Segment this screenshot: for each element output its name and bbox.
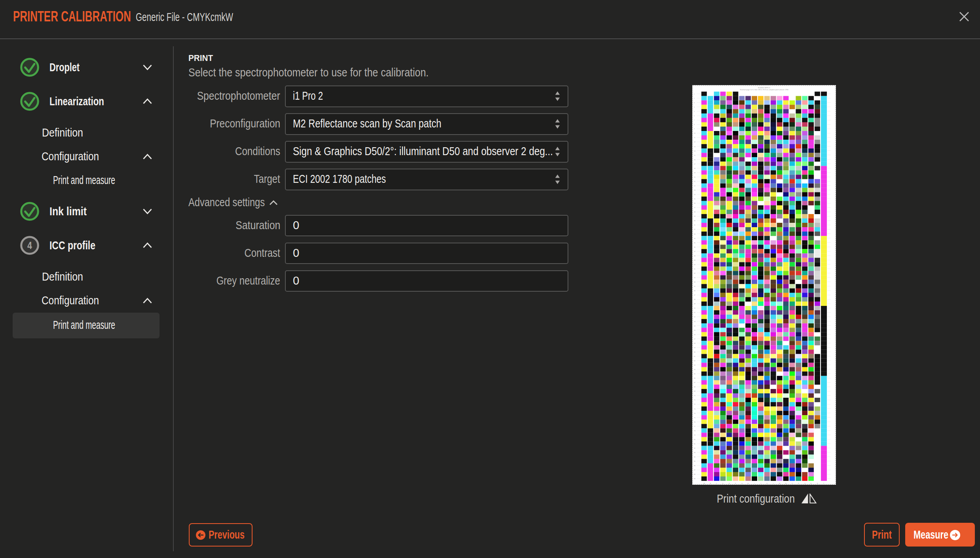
svg-text:89: 89 [694, 478, 695, 480]
svg-text:36: 36 [694, 247, 695, 248]
svg-text:79: 79 [694, 435, 695, 436]
svg-text:51: 51 [694, 312, 695, 313]
svg-text:72: 72 [694, 404, 695, 405]
svg-text:8: 8 [694, 124, 695, 125]
svg-text:K: K [767, 482, 768, 484]
svg-text:48: 48 [694, 299, 695, 300]
svg-text:11: 11 [694, 137, 695, 139]
svg-text:61: 61 [694, 356, 695, 357]
svg-text:29: 29 [694, 216, 695, 217]
svg-text:80: 80 [694, 439, 695, 440]
svg-text:42: 42 [694, 273, 695, 274]
svg-text:46: 46 [694, 290, 695, 292]
svg-text:56: 56 [694, 334, 695, 336]
svg-text:27: 27 [694, 207, 695, 209]
svg-text:33: 33 [694, 233, 695, 235]
svg-text:21: 21 [694, 181, 695, 182]
svg-text:64: 64 [694, 369, 695, 370]
svg-text:24: 24 [694, 194, 695, 195]
svg-text:1: 1 [694, 93, 695, 95]
svg-text:57: 57 [694, 338, 695, 340]
svg-text:60: 60 [694, 351, 695, 353]
svg-text:28: 28 [694, 211, 695, 213]
svg-text:Testchart page 1 of 1, Size: 2: Testchart page 1 of 1, Size: 28.3 x 73.3… [740, 89, 788, 91]
svg-text:C: C [716, 482, 717, 484]
svg-text:17: 17 [694, 163, 695, 165]
svg-text:Q: Q [804, 482, 805, 484]
svg-text:10: 10 [694, 133, 695, 134]
svg-text:78: 78 [694, 430, 695, 432]
svg-text:18: 18 [694, 168, 695, 169]
svg-text:75: 75 [694, 417, 695, 419]
svg-text:71: 71 [694, 399, 695, 401]
svg-text:88: 88 [694, 474, 695, 475]
svg-text:83: 83 [694, 452, 695, 454]
svg-text:16: 16 [694, 159, 695, 161]
svg-text:I: I [754, 482, 754, 484]
svg-text:23: 23 [694, 190, 695, 191]
svg-text:9: 9 [694, 128, 695, 130]
svg-text:B: B [710, 482, 711, 484]
svg-text:86: 86 [694, 465, 695, 467]
svg-text:25: 25 [694, 198, 695, 200]
svg-text:41: 41 [694, 268, 695, 270]
svg-text:5: 5 [694, 111, 695, 112]
svg-text:P: P [798, 482, 799, 484]
svg-text:3: 3 [694, 102, 695, 104]
svg-text:82: 82 [694, 448, 695, 449]
svg-text:45: 45 [694, 286, 695, 287]
svg-text:6: 6 [694, 115, 695, 117]
svg-text:30: 30 [694, 220, 695, 222]
svg-text:15: 15 [694, 155, 695, 156]
svg-text:13: 13 [694, 146, 695, 148]
svg-text:47: 47 [694, 294, 695, 296]
svg-text:S: S [817, 482, 818, 484]
svg-text:49: 49 [694, 303, 695, 305]
svg-text:63: 63 [694, 364, 695, 366]
svg-text:81: 81 [694, 443, 695, 445]
svg-text:44: 44 [694, 281, 695, 283]
svg-text:55: 55 [694, 330, 695, 331]
svg-text:D: D [722, 482, 724, 484]
svg-text:66: 66 [694, 378, 695, 379]
svg-text:76: 76 [694, 421, 695, 423]
svg-text:H: H [748, 482, 749, 484]
svg-text:38: 38 [694, 255, 695, 257]
svg-text:87: 87 [694, 469, 695, 471]
svg-text:62: 62 [694, 360, 695, 362]
svg-text:4: 4 [694, 106, 695, 108]
svg-text:22: 22 [694, 185, 695, 187]
svg-text:70: 70 [694, 395, 695, 397]
svg-text:50: 50 [694, 307, 695, 309]
svg-text:68: 68 [694, 386, 695, 388]
svg-text:J: J [760, 482, 761, 484]
svg-text:73: 73 [694, 408, 695, 410]
svg-text:34: 34 [694, 238, 695, 239]
svg-text:M: M [779, 482, 780, 484]
svg-text:59: 59 [694, 347, 695, 349]
svg-text:31: 31 [694, 224, 695, 226]
svg-text:E: E [729, 482, 730, 484]
svg-text:N: N [785, 482, 786, 484]
svg-text:R: R [811, 482, 812, 484]
svg-text:43: 43 [694, 277, 695, 279]
svg-text:12: 12 [694, 141, 695, 143]
svg-text:85: 85 [694, 461, 695, 462]
svg-text:20: 20 [694, 177, 695, 178]
svg-text:O: O [792, 482, 793, 484]
svg-text:52: 52 [694, 316, 695, 318]
svg-text:69: 69 [694, 391, 695, 392]
svg-text:A: A [704, 482, 705, 484]
svg-text:2: 2 [694, 98, 695, 99]
svg-text:65: 65 [694, 373, 695, 375]
svg-text:G: G [741, 482, 743, 484]
svg-text:84: 84 [694, 456, 695, 458]
svg-text:14: 14 [694, 150, 695, 152]
svg-text:35: 35 [694, 242, 695, 244]
svg-text:7: 7 [694, 120, 695, 121]
svg-text:ECI2002 CMYK i1: ECI2002 CMYK i1 [758, 87, 770, 89]
svg-text:58: 58 [694, 343, 695, 344]
svg-text:53: 53 [694, 321, 695, 323]
svg-text:74: 74 [694, 413, 695, 414]
svg-text:54: 54 [694, 325, 695, 327]
